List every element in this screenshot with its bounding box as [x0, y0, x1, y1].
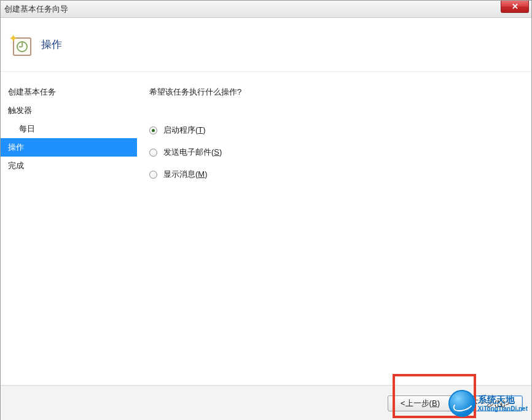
- option-display-message[interactable]: 显示消息(M): [149, 169, 519, 180]
- close-button[interactable]: ✕: [501, 1, 529, 13]
- close-icon: ✕: [512, 2, 518, 11]
- option-label: 显示消息(M): [163, 169, 208, 180]
- watermark-url: XiTongTianDi.net: [478, 405, 528, 412]
- watermark-globe-icon: [448, 390, 475, 417]
- step-action[interactable]: 操作: [1, 138, 137, 157]
- step-trigger[interactable]: 触发器: [1, 101, 137, 120]
- radio-icon: [149, 171, 157, 179]
- option-label: 启动程序(T): [163, 125, 206, 136]
- titlebar: 创建基本任务向导 ✕: [1, 1, 531, 18]
- wizard-content: 希望该任务执行什么操作? 启动程序(T) 发送电子邮件(S) 显示消息(M): [137, 72, 531, 385]
- task-scheduler-icon: ✦: [10, 34, 33, 56]
- window-title: 创建基本任务向导: [4, 4, 68, 15]
- option-send-email[interactable]: 发送电子邮件(S): [149, 147, 519, 158]
- back-button[interactable]: < 上一步(B): [388, 395, 453, 411]
- step-finish[interactable]: 完成: [1, 157, 137, 175]
- option-label: 发送电子邮件(S): [163, 147, 222, 158]
- wizard-body: 创建基本任务 触发器 每日 操作 完成 希望该任务执行什么操作? 启动程序(T)…: [1, 72, 531, 385]
- radio-icon: [149, 126, 157, 134]
- watermark: 系统天地 XiTongTianDi.net: [446, 389, 530, 418]
- radio-icon: [149, 149, 157, 157]
- wizard-window: 创建基本任务向导 ✕ ✦ 操作 创建基本任务 触发器 每日 操作 完成 希望该任…: [0, 0, 532, 420]
- option-start-program[interactable]: 启动程序(T): [149, 125, 519, 136]
- action-prompt: 希望该任务执行什么操作?: [149, 87, 519, 98]
- page-title: 操作: [41, 37, 62, 52]
- watermark-title: 系统天地: [478, 395, 528, 405]
- step-trigger-daily[interactable]: 每日: [1, 120, 137, 138]
- wizard-header: ✦ 操作: [1, 18, 531, 72]
- step-create-basic-task[interactable]: 创建基本任务: [1, 83, 137, 101]
- wizard-steps-sidebar: 创建基本任务 触发器 每日 操作 完成: [1, 72, 137, 385]
